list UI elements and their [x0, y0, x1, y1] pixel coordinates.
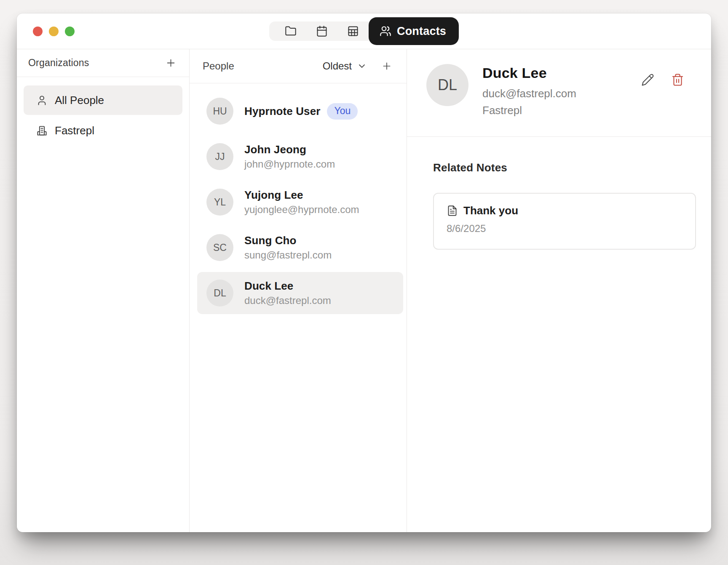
avatar: DL	[206, 280, 233, 306]
pencil-icon	[641, 73, 654, 86]
note-date: 8/6/2025	[447, 223, 695, 235]
contact-email: duck@fastrepl.com	[482, 87, 576, 100]
window-controls	[33, 13, 75, 49]
contact-name: Duck Lee	[482, 65, 576, 81]
related-notes-section: Related Notes Thank you 8/6/2025	[407, 137, 711, 532]
avatar: JJ	[206, 143, 233, 170]
view-switcher: Contacts	[269, 21, 459, 41]
table-icon	[347, 25, 359, 37]
tab-notes[interactable]	[275, 21, 306, 41]
person-row-yujong-lee[interactable]: YL Yujong Lee yujonglee@hyprnote.com	[197, 181, 403, 223]
organizations-sidebar: Organizations	[17, 49, 190, 532]
sort-label: Oldest	[323, 60, 352, 72]
plus-icon	[165, 57, 177, 69]
person-name: Hyprnote User	[244, 105, 320, 118]
plus-icon	[381, 61, 392, 72]
organizations-list: All People Fastrepl	[17, 77, 189, 154]
avatar: YL	[206, 189, 233, 216]
tab-table[interactable]	[337, 21, 369, 41]
person-row-duck-lee[interactable]: DL Duck Lee duck@fastrepl.com	[197, 272, 403, 314]
avatar: DL	[426, 64, 468, 106]
organizations-header: Organizations	[17, 49, 189, 77]
edit-contact-button[interactable]	[640, 72, 656, 88]
person-email: yujonglee@hyprnote.com	[244, 204, 359, 216]
avatar: SC	[206, 234, 233, 261]
calendar-icon	[316, 25, 328, 37]
organizations-title: Organizations	[28, 57, 89, 69]
sidebar-item-all-people[interactable]: All People	[24, 85, 182, 115]
add-person-button[interactable]	[380, 59, 394, 73]
sidebar-item-label: All People	[55, 94, 104, 107]
person-name: John Jeong	[244, 143, 335, 156]
avatar: HU	[206, 98, 233, 125]
person-row-sung-cho[interactable]: SC Sung Cho sung@fastrepl.com	[197, 227, 403, 269]
minimize-button[interactable]	[49, 27, 59, 36]
people-list: HU Hyprnote User You JJ John Jeong john@…	[190, 83, 407, 532]
app-window: Contacts Organizations	[17, 13, 711, 532]
titlebar: Contacts	[17, 13, 711, 49]
building-icon	[36, 125, 48, 136]
chevron-down-icon	[357, 61, 367, 71]
user-icon	[36, 95, 48, 106]
zoom-button[interactable]	[65, 27, 75, 36]
person-name: Sung Cho	[244, 234, 332, 247]
person-email: john@hyprnote.com	[244, 158, 335, 170]
sidebar-item-fastrepl[interactable]: Fastrepl	[24, 116, 182, 145]
you-badge: You	[327, 103, 358, 120]
delete-contact-button[interactable]	[669, 72, 686, 88]
tab-contacts-label: Contacts	[397, 25, 446, 38]
contact-actions	[640, 72, 686, 136]
trash-icon	[671, 73, 684, 86]
users-icon	[380, 25, 391, 37]
folder-icon	[285, 25, 297, 37]
add-organization-button[interactable]	[163, 56, 178, 70]
contact-detail-panel: DL Duck Lee duck@fastrepl.com Fastrepl	[407, 49, 711, 532]
person-name: Yujong Lee	[244, 189, 359, 202]
person-email: duck@fastrepl.com	[244, 295, 331, 306]
tab-contacts[interactable]: Contacts	[369, 17, 459, 45]
people-title: People	[203, 60, 234, 72]
close-button[interactable]	[33, 27, 43, 36]
related-notes-title: Related Notes	[433, 161, 696, 174]
contact-detail-header: DL Duck Lee duck@fastrepl.com Fastrepl	[407, 49, 711, 137]
person-email: sung@fastrepl.com	[244, 249, 332, 261]
contact-organization: Fastrepl	[482, 104, 576, 117]
tab-calendar[interactable]	[306, 21, 337, 41]
main-content: Organizations	[17, 49, 711, 532]
note-title: Thank you	[463, 204, 518, 217]
people-panel: People Oldest	[190, 49, 407, 532]
sidebar-item-label: Fastrepl	[55, 124, 94, 137]
file-text-icon	[447, 205, 458, 216]
people-header: People Oldest	[190, 49, 407, 83]
sort-dropdown[interactable]: Oldest	[323, 60, 367, 72]
person-name: Duck Lee	[244, 280, 331, 293]
note-card-thank-you[interactable]: Thank you 8/6/2025	[433, 193, 696, 250]
person-row-hyprnote-user[interactable]: HU Hyprnote User You	[197, 90, 403, 132]
person-row-john-jeong[interactable]: JJ John Jeong john@hyprnote.com	[197, 136, 403, 178]
